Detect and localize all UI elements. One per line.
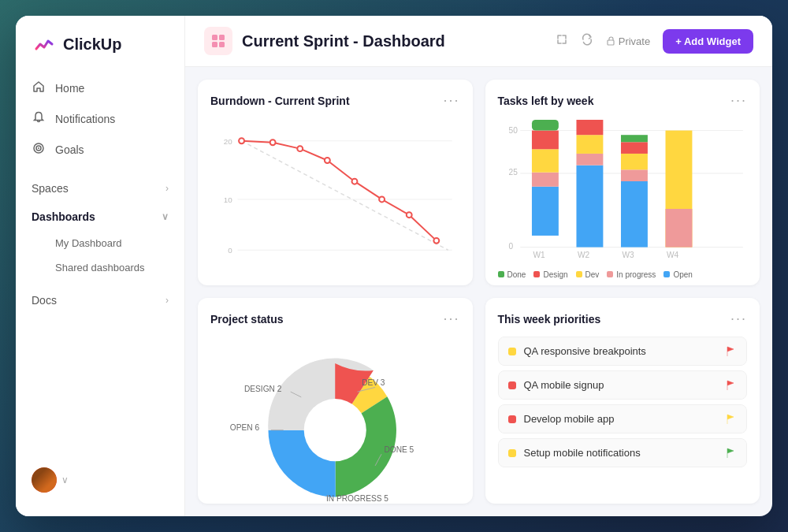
svg-text:W4: W4 <box>666 251 678 259</box>
svg-point-19 <box>352 179 358 184</box>
home-icon <box>32 80 46 95</box>
sidebar-item-home-label: Home <box>55 82 84 95</box>
legend-inprogress: In progress <box>607 270 656 279</box>
svg-text:W3: W3 <box>622 251 634 259</box>
svg-text:20: 20 <box>224 137 232 146</box>
svg-point-15 <box>239 138 244 143</box>
header-dashboard-icon <box>204 27 232 55</box>
sidebar-item-goals-label: Goals <box>55 143 84 156</box>
expand-button[interactable] <box>556 33 568 49</box>
sidebar-item-goals[interactable]: Goals <box>16 134 184 165</box>
avatar[interactable] <box>32 467 57 493</box>
app-container: ClickUp Home Notifications <box>16 16 772 516</box>
legend-inprogress-dot <box>607 271 613 277</box>
page-title: Current Sprint - Dashboard <box>242 32 445 50</box>
avatar-chevron: ∨ <box>61 474 69 485</box>
sidebar-section-dashboards[interactable]: Dashboards ∨ <box>16 203 184 231</box>
pie-chart-svg: DEV 3 DONE 5 IN PROGRESS 5 OPEN 6 DESIGN… <box>210 337 460 504</box>
svg-text:50: 50 <box>508 126 518 135</box>
priority-text-3: Setup mobile notifications <box>524 447 641 459</box>
svg-rect-3 <box>212 35 217 40</box>
project-status-menu[interactable]: ··· <box>443 311 459 327</box>
add-widget-button[interactable]: + Add Widget <box>663 29 753 54</box>
tasks-week-menu[interactable]: ··· <box>730 92 747 109</box>
priority-left-3: Setup mobile notifications <box>508 447 641 459</box>
logo-area: ClickUp <box>16 32 184 73</box>
svg-rect-6 <box>219 42 225 47</box>
private-button[interactable]: Private <box>606 35 650 47</box>
priority-left-1: QA mobile signup <box>508 379 604 391</box>
svg-rect-37 <box>576 120 603 135</box>
svg-text:DONE 5: DONE 5 <box>384 445 414 454</box>
svg-point-16 <box>270 140 276 145</box>
sidebar-section-spaces[interactable]: Spaces › <box>16 174 184 203</box>
sidebar-item-my-dashboard[interactable]: My Dashboard <box>16 231 184 255</box>
bar-chart-svg: 50 25 0 <box>498 118 748 264</box>
sidebar-section-dashboards-label: Dashboards <box>32 210 95 223</box>
priority-dot-2 <box>508 415 516 423</box>
priorities-menu[interactable]: ··· <box>730 311 747 327</box>
priority-item-3[interactable]: Setup mobile notifications <box>498 438 748 467</box>
header: Current Sprint - Dashboard <box>185 16 772 67</box>
priorities-list: QA responsive breakpoints QA mobile sign… <box>498 337 748 491</box>
legend-dev: Dev <box>576 270 600 279</box>
project-status-title: Project status <box>210 313 284 326</box>
tasks-week-widget: Tasks left by week ··· 50 25 0 <box>485 80 760 285</box>
clickup-logo-icon <box>32 32 57 57</box>
sidebar-bottom: ∨ <box>16 459 184 500</box>
svg-rect-40 <box>620 154 647 169</box>
svg-text:0: 0 <box>228 246 232 255</box>
svg-text:DEV 3: DEV 3 <box>362 378 385 387</box>
legend-dev-dot <box>576 271 582 277</box>
priority-dot-0 <box>508 348 516 355</box>
chevron-down-icon: ∨ <box>162 211 169 222</box>
priority-text-1: QA mobile signup <box>524 379 604 391</box>
legend-done-dot <box>498 271 504 277</box>
svg-text:DESIGN 2: DESIGN 2 <box>244 385 282 393</box>
svg-point-2 <box>38 147 39 149</box>
legend-open: Open <box>663 270 692 279</box>
tasks-week-header: Tasks left by week ··· <box>498 92 748 109</box>
svg-rect-42 <box>620 135 647 142</box>
svg-rect-31 <box>531 149 558 172</box>
sidebar-item-notifications[interactable]: Notifications <box>16 103 184 134</box>
priority-item-0[interactable]: QA responsive breakpoints <box>498 337 748 366</box>
priority-item-2[interactable]: Develop mobile app <box>498 404 748 433</box>
sidebar-item-shared-dashboards[interactable]: Shared dashboards <box>16 255 184 280</box>
sidebar: ClickUp Home Notifications <box>16 16 185 516</box>
priority-item-1[interactable]: QA mobile signup <box>498 370 748 400</box>
refresh-button[interactable] <box>581 33 593 49</box>
svg-rect-38 <box>620 181 647 247</box>
svg-text:IN PROGRESS 5: IN PROGRESS 5 <box>326 494 388 503</box>
pie-chart-area: DEV 3 DONE 5 IN PROGRESS 5 OPEN 6 DESIGN… <box>210 337 460 504</box>
svg-text:W1: W1 <box>533 251 545 259</box>
burndown-menu[interactable]: ··· <box>443 92 459 109</box>
priority-left-0: QA responsive breakpoints <box>508 345 646 357</box>
svg-rect-29 <box>531 187 558 236</box>
priority-flag-2 <box>726 414 737 425</box>
svg-rect-44 <box>665 209 692 247</box>
sidebar-section-docs[interactable]: Docs › <box>16 286 184 314</box>
svg-text:0: 0 <box>508 242 513 251</box>
priorities-title: This week priorities <box>498 313 601 326</box>
logo-text: ClickUp <box>63 35 121 54</box>
sidebar-item-home[interactable]: Home <box>16 73 184 103</box>
burndown-chart: 20 10 0 <box>210 118 460 273</box>
burndown-title: Burndown - Current Sprint <box>210 95 350 107</box>
sidebar-section-docs-label: Docs <box>32 294 57 307</box>
svg-rect-7 <box>608 40 614 45</box>
priority-dot-3 <box>508 449 516 457</box>
svg-rect-36 <box>576 135 603 154</box>
legend-design: Design <box>533 270 567 279</box>
svg-text:W2: W2 <box>577 251 589 259</box>
avatar-image <box>32 467 57 493</box>
svg-point-21 <box>407 212 412 218</box>
header-actions: Private + Add Widget <box>556 29 753 54</box>
priority-flag-3 <box>726 448 737 459</box>
legend-done: Done <box>498 270 526 279</box>
svg-rect-34 <box>576 166 603 247</box>
chevron-right-icon-docs: › <box>165 295 169 306</box>
svg-point-49 <box>304 399 366 461</box>
svg-text:25: 25 <box>508 168 518 177</box>
priority-flag-1 <box>726 380 737 391</box>
